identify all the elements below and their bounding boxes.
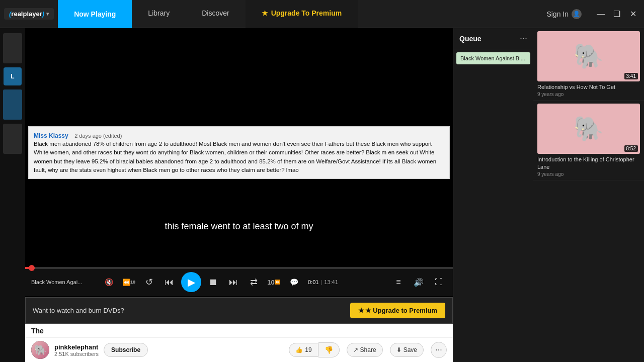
minimize-button[interactable]: — (594, 7, 608, 21)
thumb-meta-2: 9 years ago (537, 171, 640, 177)
time-total: 13:41 (324, 279, 338, 285)
thumbs-up-icon: 👍 (295, 346, 303, 353)
pink-elephant-icon-2: 🐘 (574, 115, 604, 143)
comment-header: Miss Klassy 2 days ago (edited) (34, 131, 444, 140)
thumb-image-2: 🐘 8:52 (537, 104, 640, 154)
tab-upgrade[interactable]: ★ Upgrade To Premium (246, 0, 358, 28)
queue-header: Queue ··· (453, 28, 533, 49)
thumb-duration-1: 3:41 (624, 73, 638, 79)
dvd-promo: Want to watch and burn DVDs? ★ ★ Upgrade… (25, 297, 453, 324)
shuffle-button[interactable]: ⇄ (246, 274, 262, 290)
user-icon: 👤 (572, 9, 582, 19)
mute-button[interactable]: 🔇 (101, 274, 117, 290)
comment-text: Black men abandoned 78% of children from… (34, 140, 444, 174)
premium-star-icon: ★ (262, 9, 268, 17)
dvd-promo-text: Want to watch and burn DVDs? (33, 307, 124, 314)
queue-item[interactable]: Black Women Against Bl... (456, 52, 530, 64)
page-title-area: The (25, 324, 453, 337)
subtitle-text: this female went to at least two of my (25, 221, 453, 232)
fullscreen-button[interactable]: ⛶ (431, 274, 447, 290)
like-dislike-group: 👍 19 👎 (289, 342, 339, 357)
loop-button[interactable]: ↺ (141, 274, 157, 290)
time-current: 0:01 (308, 279, 318, 285)
queue-sidebar: Queue ··· Black Women Against Bl... (453, 28, 533, 362)
realplayer-logo[interactable]: (realplayer) ▾ (4, 8, 54, 20)
volume-button[interactable]: 🔊 (411, 274, 427, 290)
left-thumb-3[interactable] (3, 124, 22, 154)
sign-in-button[interactable]: Sign In 👤 (540, 6, 588, 22)
logo-chevron-icon: ▾ (46, 11, 49, 17)
tab-now-playing[interactable]: Now Playing (58, 0, 132, 28)
thumbnail-card-1[interactable]: 🐘 3:41 Relationship vs How Not To Get 9 … (533, 28, 644, 101)
like-button[interactable]: 👍 19 (289, 343, 318, 357)
thumb-title-2: Introduction to the Killing of Christoph… (537, 156, 640, 170)
save-button[interactable]: ⬇ Save (390, 343, 424, 357)
pink-elephant-icon-1: 🐘 (574, 42, 604, 70)
progress-area (25, 267, 453, 269)
share-button[interactable]: ↗ Share (347, 343, 383, 357)
queue-more-button[interactable]: ··· (520, 33, 527, 44)
progress-thumb (29, 265, 35, 271)
window-controls: — ❑ ✕ (594, 7, 640, 21)
main-content: L Miss Klassy 2 days ago (edited) Black … (0, 28, 644, 362)
video-player[interactable]: Miss Klassy 2 days ago (edited) Black me… (25, 28, 453, 267)
progress-fill (25, 267, 29, 269)
rewind-10-button[interactable]: ⏪10 (121, 274, 137, 290)
next-button[interactable]: ⏭ (225, 274, 242, 290)
channel-subs: 2.51K subscribers (54, 351, 99, 357)
left-sidebar: L (0, 28, 25, 362)
eq-button[interactable]: ≡ (390, 274, 407, 290)
share-icon: ↗ (353, 346, 358, 353)
left-pill: L (4, 67, 22, 85)
subscribe-button[interactable]: Subscribe (104, 343, 148, 357)
upgrade-star-icon: ★ (358, 307, 364, 314)
comment-overlay: Miss Klassy 2 days ago (edited) Black me… (28, 126, 450, 179)
thumb-title-1: Relationship vs How Not To Get (537, 83, 640, 90)
cc-button[interactable]: 💬 (286, 274, 302, 290)
restore-button[interactable]: ❑ (610, 7, 624, 21)
time-display: 0:01 | 13:41 (308, 279, 338, 285)
thumb-info-1: Relationship vs How Not To Get 9 years a… (537, 81, 640, 97)
thumb-duration-2: 8:52 (624, 145, 638, 152)
channel-bar: 🐘 pinkkelephant 2.51K subscribers Subscr… (25, 337, 453, 362)
thumb-info-2: Introduction to the Killing of Christoph… (537, 154, 640, 177)
play-button[interactable]: ▶ (181, 272, 201, 292)
controls-bar: Black Women Agai... 🔇 ⏪10 ↺ ⏮ ▶ ⏹ ⏭ ⇄ 10… (25, 269, 453, 296)
thumbnail-card-2[interactable]: 🐘 8:52 Introduction to the Killing of Ch… (533, 101, 644, 180)
stop-button[interactable]: ⏹ (205, 274, 221, 290)
channel-avatar: 🐘 (31, 341, 49, 359)
right-panel: 🐘 3:41 Relationship vs How Not To Get 9 … (533, 28, 644, 362)
left-thumb-1[interactable] (3, 33, 22, 63)
prev-button[interactable]: ⏮ (161, 274, 177, 290)
progress-bar[interactable] (25, 267, 453, 269)
video-section: Miss Klassy 2 days ago (edited) Black me… (25, 28, 453, 362)
top-nav: (realplayer) ▾ Now Playing Library Disco… (0, 0, 644, 28)
thumbs-down-icon: 👎 (325, 346, 333, 354)
close-button[interactable]: ✕ (626, 7, 640, 21)
tab-library[interactable]: Library (132, 0, 186, 28)
queue-title: Queue (459, 35, 481, 43)
forward-10-button[interactable]: 10⏩ (266, 274, 282, 290)
more-actions-button[interactable]: ··· (431, 342, 447, 358)
track-title: Black Women Agai... (31, 279, 97, 285)
save-icon: ⬇ (396, 346, 401, 353)
realplayer-logo-text: (realplayer) (9, 10, 44, 18)
channel-name: pinkkelephant (54, 343, 99, 351)
left-thumb-2[interactable] (3, 89, 22, 120)
page-title: The (31, 327, 44, 335)
thumb-image-1: 🐘 3:41 (537, 31, 640, 81)
upgrade-to-premium-button[interactable]: ★ ★ Upgrade to Premium (350, 303, 445, 318)
dislike-button[interactable]: 👎 (318, 342, 340, 357)
tab-discover[interactable]: Discover (186, 0, 245, 28)
channel-info: pinkkelephant 2.51K subscribers (54, 343, 99, 357)
thumb-meta-1: 9 years ago (537, 92, 640, 97)
